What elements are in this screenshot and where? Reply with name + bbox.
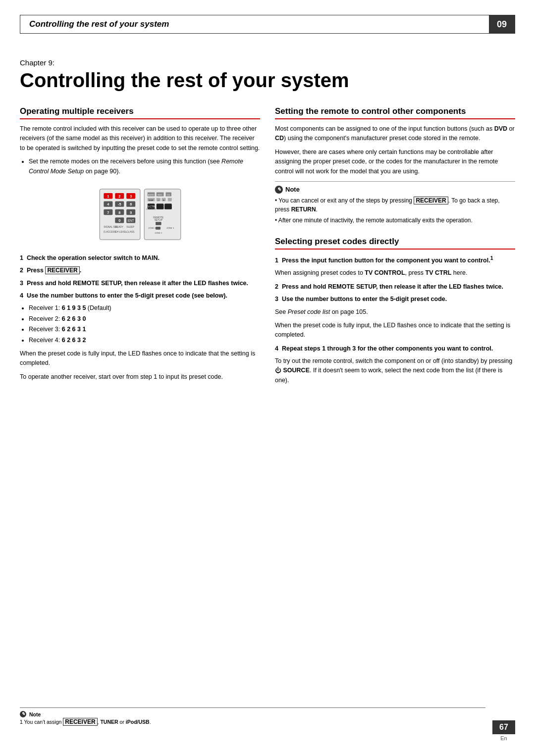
svg-text:SLEEP: SLEEP — [126, 225, 134, 228]
header-title: Controlling the rest of your system — [20, 15, 489, 33]
right-step4: 4 Repeat steps 1 through 3 for the other… — [275, 344, 515, 353]
svg-text:DISP: DISP — [149, 199, 154, 201]
left-intro: The remote control included with this re… — [20, 124, 260, 153]
right-intro: Most components can be assigned to one o… — [275, 124, 515, 144]
svg-text:TV.CTRL: TV.CTRL — [146, 205, 156, 208]
bullet-remote-mode: Set the remote modes on the receivers be… — [29, 157, 260, 176]
page-number: 67 — [492, 720, 515, 734]
svg-rect-47 — [164, 203, 172, 209]
footer-area: ✎ Note 1 You can't assign RECEIVER, TUNE… — [20, 707, 485, 726]
svg-text:0: 0 — [118, 218, 120, 223]
right-step3-body: See Preset code list on page 105. — [275, 307, 515, 317]
preset-code-3: Receiver 3: 6 2 6 3 1 — [29, 325, 260, 334]
footer-note-label: Note — [29, 711, 41, 717]
step2: 2 Press RECEIVER. — [20, 266, 260, 275]
svg-rect-52 — [156, 227, 160, 230]
step4: 4 Use the number buttons to enter the 5-… — [20, 291, 260, 301]
main-columns: Operating multiple receivers The remote … — [20, 106, 515, 389]
remote-svg: 1 2 3 4 -5 6 7 8 9 0 — [96, 182, 185, 247]
svg-rect-29 — [144, 189, 181, 240]
preset-code-2: Receiver 2: 6 2 6 3 0 — [29, 314, 260, 324]
svg-text:CH LEVEL: CH LEVEL — [115, 231, 127, 233]
right-step3: 3 Use the number buttons to enter the 5-… — [275, 295, 515, 304]
svg-text:ENT: ENT — [127, 219, 134, 222]
footer-note-text: 1 You can't assign RECEIVER, TUNER or iP… — [20, 717, 485, 726]
section-preset-heading: Selecting preset codes directly — [275, 237, 515, 250]
svg-rect-50 — [156, 222, 161, 225]
right-step3-para: When the preset code is fully input, the… — [275, 321, 515, 340]
note-bullet-2: • After one minute of inactivity, the re… — [275, 216, 515, 225]
svg-rect-46 — [156, 203, 163, 209]
svg-text:CH.: CH. — [166, 194, 170, 196]
svg-text:ZONE 3: ZONE 3 — [166, 227, 174, 229]
svg-text:9: 9 — [130, 210, 132, 215]
step1: 1 Check the operation selector switch to… — [20, 253, 260, 263]
svg-text:RECV/2ND: RECV/2ND — [146, 208, 156, 210]
preset-codes-list: Receiver 1: 6 1 9 3 5 (Default) Receiver… — [29, 303, 260, 345]
chapter-section: Chapter 9: Controlling the rest of your … — [20, 58, 515, 92]
remote-diagram: 1 2 3 4 -5 6 7 8 9 0 — [20, 182, 260, 247]
footer-divider — [20, 707, 485, 708]
chapter-title: Controlling the rest of your system — [20, 69, 515, 92]
svg-text:REMOTE: REMOTE — [153, 216, 164, 219]
svg-text:ZONE 1: ZONE 1 — [148, 227, 156, 229]
page-number-area: 67 En — [492, 720, 515, 741]
svg-text:7: 7 — [107, 210, 109, 215]
svg-text:3: 3 — [130, 194, 132, 199]
svg-text:8: 8 — [118, 210, 120, 215]
preset-section: Selecting preset codes directly 1 Press … — [275, 237, 515, 385]
right-step1: 1 Press the input function button for th… — [275, 254, 515, 266]
footer-note-icon: ✎ — [20, 711, 26, 717]
svg-text:D.ACCESS: D.ACCESS — [104, 231, 116, 233]
chapter-label: Chapter 9: — [20, 58, 515, 67]
svg-text:6: 6 — [130, 202, 132, 206]
svg-text:CLASS.: CLASS. — [126, 231, 135, 233]
left-para1: When the preset code is fully input, the… — [20, 349, 260, 368]
preset-code-1: Receiver 1: 6 1 9 3 5 (Default) — [29, 303, 260, 313]
preset-code-4: Receiver 4: 6 2 6 3 2 — [29, 336, 260, 345]
svg-text:READY: READY — [115, 225, 124, 228]
right-step4-body: To try out the remote control, switch th… — [275, 356, 515, 385]
note-icon: ✎ — [275, 186, 283, 194]
right-para2: However, there are cases where only cert… — [275, 148, 515, 176]
svg-text:SETUP: SETUP — [154, 219, 162, 221]
svg-text:BED.: BED. — [158, 194, 162, 196]
note-heading: ✎ Note — [275, 186, 515, 194]
left-bullet-list: Set the remote modes on the receivers be… — [29, 157, 260, 176]
svg-text:1: 1 — [107, 194, 109, 199]
svg-text:AUDIO: AUDIO — [148, 194, 154, 196]
note-label: Note — [285, 186, 300, 193]
section-operating-heading: Operating multiple receivers — [20, 106, 260, 119]
right-column: Setting the remote to control other comp… — [275, 106, 515, 389]
left-column: Operating multiple receivers The remote … — [20, 106, 260, 389]
svg-text:2: 2 — [118, 194, 120, 199]
right-step2: 2 Press and hold REMOTE SETUP, then rele… — [275, 282, 515, 292]
note-bullet-1: • You can cancel or exit any of the step… — [275, 196, 515, 214]
footer-note-row: ✎ Note — [20, 711, 485, 717]
svg-rect-42 — [167, 198, 171, 202]
note-box: ✎ Note • You can cancel or exit any of t… — [275, 181, 515, 225]
header-chapter-num: 09 — [489, 15, 515, 33]
header-bar: Controlling the rest of your system 09 — [20, 15, 515, 34]
right-step1-body: When assigning preset codes to TV CONTRO… — [275, 268, 515, 278]
step3: 3 Press and hold REMOTE SETUP, then rele… — [20, 279, 260, 288]
svg-text:-5: -5 — [117, 202, 121, 206]
section-remote-heading: Setting the remote to control other comp… — [275, 106, 515, 119]
svg-text:ZONE 2: ZONE 2 — [155, 232, 162, 234]
page-lang: En — [500, 735, 507, 741]
left-para2: To operate another receiver, start over … — [20, 372, 260, 382]
